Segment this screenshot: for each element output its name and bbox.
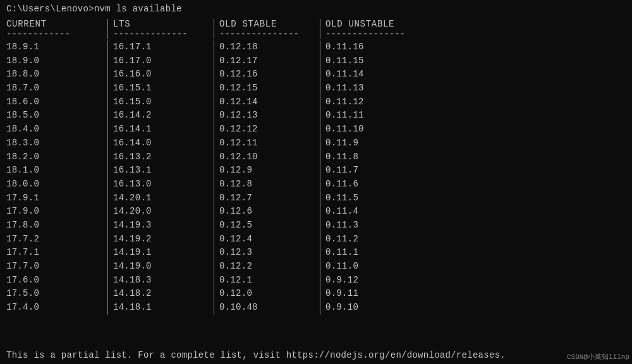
table-row: 14.19.0 bbox=[113, 260, 214, 274]
table-row: 16.13.1 bbox=[113, 164, 214, 178]
table-row: 0.11.6 bbox=[325, 178, 426, 191]
col-old-stable: 0.12.180.12.170.12.160.12.150.12.140.12.… bbox=[214, 40, 320, 315]
table-row: 0.12.8 bbox=[219, 178, 320, 191]
table-row: 0.11.11 bbox=[325, 109, 426, 123]
table-row: 16.17.1 bbox=[113, 40, 214, 54]
table-row: 0.12.0 bbox=[219, 287, 320, 301]
table-body: 18.9.118.9.018.8.018.7.018.6.018.5.018.4… bbox=[6, 40, 626, 315]
table-row: 17.7.0 bbox=[6, 260, 107, 274]
terminal-window: C:\Users\Lenovo>nvm ls available CURRENT… bbox=[0, 0, 632, 364]
table-row: 0.11.7 bbox=[325, 164, 426, 178]
table-row: 14.20.1 bbox=[113, 191, 214, 205]
table-row: 0.12.18 bbox=[219, 40, 320, 54]
col-header-old-unstable: OLD UNSTABLE bbox=[320, 19, 426, 29]
table-row: 0.11.16 bbox=[325, 40, 426, 54]
table-row: 18.9.1 bbox=[6, 40, 107, 54]
table-row: 0.12.9 bbox=[219, 164, 320, 178]
table-row: 16.13.0 bbox=[113, 178, 214, 191]
table-row: 18.1.0 bbox=[6, 164, 107, 178]
table-row: 0.12.16 bbox=[219, 68, 320, 82]
footer-text: This is a partial list. For a complete l… bbox=[6, 350, 506, 360]
table-row: 0.11.5 bbox=[325, 191, 426, 205]
table-row: 16.16.0 bbox=[113, 68, 214, 82]
col-header-current: CURRENT bbox=[6, 19, 107, 29]
table-row: 0.12.1 bbox=[219, 274, 320, 288]
col-old-unstable: 0.11.160.11.150.11.140.11.130.11.120.11.… bbox=[320, 40, 426, 315]
table-row: 0.12.7 bbox=[219, 191, 320, 205]
table-row: 0.11.14 bbox=[325, 68, 426, 82]
table-row: 14.18.3 bbox=[113, 274, 214, 288]
table-row: 0.12.10 bbox=[219, 150, 320, 164]
table-row: 0.11.4 bbox=[325, 205, 426, 219]
col-current: 18.9.118.9.018.8.018.7.018.6.018.5.018.4… bbox=[6, 40, 107, 315]
table-row: 18.3.0 bbox=[6, 136, 107, 150]
table-row: 0.9.11 bbox=[325, 287, 426, 301]
table-divider: ------------ -------------- ------------… bbox=[6, 29, 626, 39]
table-row: 18.9.0 bbox=[6, 54, 107, 68]
table-row: 0.11.15 bbox=[325, 54, 426, 68]
table-row: 17.4.0 bbox=[6, 301, 107, 315]
divider-old-unstable: --------------- bbox=[320, 29, 426, 39]
table-row: 14.18.1 bbox=[113, 301, 214, 315]
table-row: 16.14.1 bbox=[113, 123, 214, 136]
table-row: 17.5.0 bbox=[6, 287, 107, 301]
table-row: 18.4.0 bbox=[6, 123, 107, 136]
table-row: 0.12.3 bbox=[219, 246, 320, 260]
table-row: 16.17.0 bbox=[113, 54, 214, 68]
table-row: 17.6.0 bbox=[6, 274, 107, 288]
watermark: CSDN@小菜知lllnp bbox=[567, 352, 629, 361]
table-row: 14.18.2 bbox=[113, 287, 214, 301]
table-row: 0.10.48 bbox=[219, 301, 320, 315]
table-row: 16.14.2 bbox=[113, 109, 214, 123]
table-row: 18.2.0 bbox=[6, 150, 107, 164]
table-row: 0.11.12 bbox=[325, 95, 426, 109]
table-row: 0.11.0 bbox=[325, 260, 426, 274]
table-row: 0.11.8 bbox=[325, 150, 426, 164]
col-header-old-stable: OLD STABLE bbox=[214, 19, 320, 29]
table-row: 0.12.12 bbox=[219, 123, 320, 136]
table-row: 0.11.13 bbox=[325, 82, 426, 95]
table-row: 0.12.17 bbox=[219, 54, 320, 68]
divider-current: ------------ bbox=[6, 29, 107, 39]
table-row: 18.0.0 bbox=[6, 178, 107, 191]
col-header-lts: LTS bbox=[107, 19, 214, 29]
table-row: 18.5.0 bbox=[6, 109, 107, 123]
col-lts: 16.17.116.17.016.16.016.15.116.15.016.14… bbox=[107, 40, 214, 315]
table-row: 14.20.0 bbox=[113, 205, 214, 219]
table-row: 16.13.2 bbox=[113, 150, 214, 164]
table-header: CURRENT LTS OLD STABLE OLD UNSTABLE bbox=[6, 19, 626, 29]
table-row: 18.8.0 bbox=[6, 68, 107, 82]
table-row: 0.11.2 bbox=[325, 233, 426, 246]
table-row: 0.12.15 bbox=[219, 82, 320, 95]
table-row: 0.9.12 bbox=[325, 274, 426, 288]
divider-old-stable: --------------- bbox=[214, 29, 320, 39]
command-line: C:\Users\Lenovo>nvm ls available bbox=[6, 4, 626, 14]
table-row: 0.11.10 bbox=[325, 123, 426, 136]
table-row: 17.9.0 bbox=[6, 205, 107, 219]
table-row: 0.12.5 bbox=[219, 219, 320, 233]
table-row: 17.7.2 bbox=[6, 233, 107, 246]
table-row: 16.15.0 bbox=[113, 95, 214, 109]
table-row: 17.7.1 bbox=[6, 246, 107, 260]
table-row: 0.12.11 bbox=[219, 136, 320, 150]
table-row: 17.8.0 bbox=[6, 219, 107, 233]
divider-lts: -------------- bbox=[107, 29, 214, 39]
table-row: 0.9.10 bbox=[325, 301, 426, 315]
table-row: 0.11.3 bbox=[325, 219, 426, 233]
table-row: 0.11.1 bbox=[325, 246, 426, 260]
table-row: 0.12.2 bbox=[219, 260, 320, 274]
table-row: 18.6.0 bbox=[6, 95, 107, 109]
table-row: 0.12.13 bbox=[219, 109, 320, 123]
table-row: 0.12.6 bbox=[219, 205, 320, 219]
table-row: 17.9.1 bbox=[6, 191, 107, 205]
table-row: 14.19.1 bbox=[113, 246, 214, 260]
table-row: 0.12.14 bbox=[219, 95, 320, 109]
table-row: 14.19.2 bbox=[113, 233, 214, 246]
table-row: 0.12.4 bbox=[219, 233, 320, 246]
table-row: 14.19.3 bbox=[113, 219, 214, 233]
table-row: 16.14.0 bbox=[113, 136, 214, 150]
table-row: 16.15.1 bbox=[113, 82, 214, 95]
table-row: 0.11.9 bbox=[325, 136, 426, 150]
table-row: 18.7.0 bbox=[6, 82, 107, 95]
